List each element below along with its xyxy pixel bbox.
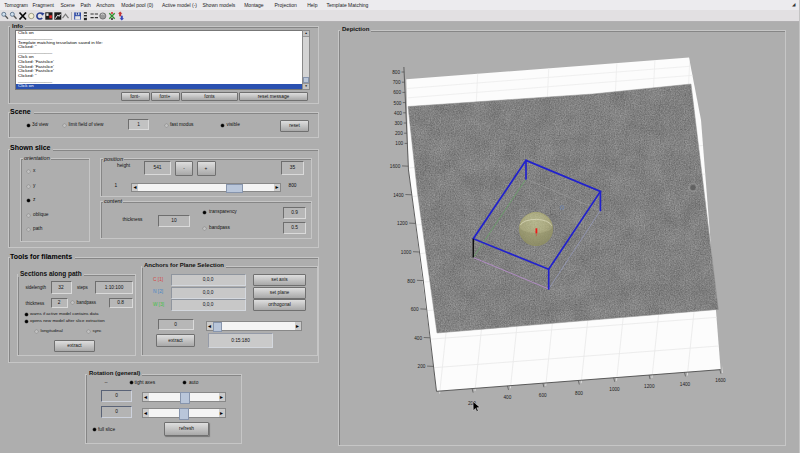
svg-text:1000: 1000 [401, 250, 412, 255]
svg-text:600: 600 [393, 90, 401, 95]
svg-text:700: 700 [393, 80, 401, 85]
svg-text:800: 800 [392, 70, 400, 75]
svg-text:1600: 1600 [715, 378, 726, 383]
svg-text:1400: 1400 [393, 193, 404, 198]
svg-text:300: 300 [394, 121, 402, 126]
svg-text:500: 500 [394, 101, 402, 106]
svg-text:200: 200 [418, 364, 426, 369]
svg-text:600: 600 [539, 393, 547, 398]
svg-text:100: 100 [395, 141, 403, 146]
svg-text:400: 400 [414, 336, 422, 341]
svg-text:800: 800 [575, 391, 583, 396]
svg-text:1200: 1200 [397, 221, 408, 226]
svg-text:1600: 1600 [390, 164, 401, 169]
svg-text:200: 200 [395, 131, 403, 136]
svg-text:400: 400 [394, 111, 402, 116]
svg-text:800: 800 [407, 279, 415, 284]
svg-text:400: 400 [503, 395, 511, 400]
svg-text:1400: 1400 [680, 382, 691, 387]
svg-text:1200: 1200 [644, 384, 655, 389]
svg-text:600: 600 [411, 307, 419, 312]
svg-text:1000: 1000 [609, 387, 620, 392]
